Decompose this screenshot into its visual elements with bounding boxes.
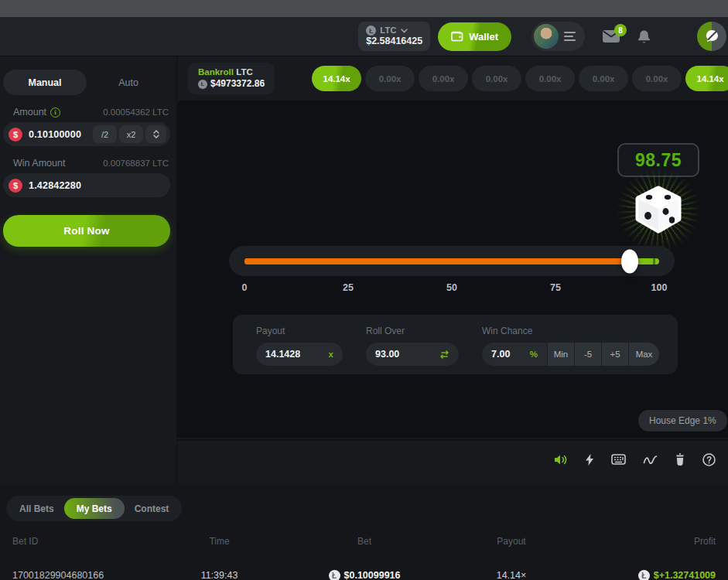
roll-over-label: Roll Over [366, 326, 459, 336]
dollar-coin-icon: $ [9, 179, 22, 193]
half-bet-button[interactable]: /2 [93, 125, 117, 143]
payout-value[interactable]: 14.1428 [265, 349, 323, 360]
lightning-icon [585, 453, 594, 466]
win-chance-label: Win Chance [482, 326, 659, 336]
col-time: Time [148, 536, 291, 547]
multiplier-history: 14.14x 0.00x 0.00x 0.00x 0.00x 0.00x 0.0… [312, 66, 728, 91]
multiplier-chip[interactable]: 14.14x [685, 66, 728, 91]
currency-selector[interactable]: Ł LTC $2.58416425 [358, 22, 430, 51]
dice-viewport: 98.75 0 25 [177, 101, 728, 438]
amount-value[interactable]: 0.10100000 [29, 129, 91, 140]
multiplier-chip[interactable]: 0.00x [579, 66, 628, 91]
tab-manual[interactable]: Manual [3, 70, 87, 95]
wallet-label: Wallet [469, 31, 498, 43]
wallet-button[interactable]: Wallet [438, 22, 511, 51]
win-chance-value[interactable]: 7.00 [491, 349, 524, 360]
litecoin-icon: Ł [198, 80, 207, 89]
hotkeys-button[interactable] [611, 454, 626, 465]
plus-5-button[interactable]: +5 [601, 343, 628, 366]
tick-label: 0 [242, 282, 248, 293]
table-row[interactable]: 17001829904680166 11:39:43 Ł $0.10099916… [0, 561, 728, 580]
tab-contest[interactable]: Contest [125, 503, 179, 514]
max-button[interactable]: Max [628, 343, 659, 366]
slider-track[interactable] [244, 258, 659, 264]
win-chance-input[interactable]: 7.00 % [482, 343, 547, 366]
double-bet-button[interactable]: x2 [119, 125, 143, 143]
amount-label: Amount i [13, 107, 60, 118]
profit-cell: Ł $+1.32741009 [585, 570, 716, 580]
question-icon [702, 453, 716, 466]
win-amount-converted: 0.00768837 LTC [103, 159, 169, 168]
slider-ticks: 0 25 50 75 100 [244, 282, 659, 295]
game-toolbar [177, 439, 728, 478]
col-payout: Payout [438, 536, 585, 547]
chevron-down-icon [401, 29, 408, 33]
chat-disabled-icon [705, 29, 719, 43]
bet-controls-panel: Payout 14.1428 x Roll Over 93.00 Win Cha… [233, 315, 678, 374]
col-bet-id: Bet ID [12, 536, 148, 547]
chevron-up-icon [153, 130, 159, 134]
chat-toggle-button[interactable] [697, 22, 726, 51]
currency-code: LTC [380, 26, 396, 36]
multiplier-chip[interactable]: 0.00x [419, 66, 468, 91]
chevron-down-icon [153, 135, 159, 138]
swap-icon[interactable] [439, 350, 449, 359]
multiplier-chip[interactable]: 14.14x [312, 66, 361, 91]
win-amount-input[interactable]: $ 1.42842280 [3, 173, 170, 197]
multiplier-chip[interactable]: 0.00x [632, 66, 682, 91]
col-profit: Profit [585, 536, 716, 547]
avatar [534, 24, 559, 49]
dollar-coin-icon: $ [9, 128, 22, 142]
win-amount-value[interactable]: 1.42842280 [29, 180, 166, 191]
user-menu[interactable] [531, 22, 585, 51]
roll-slider[interactable] [229, 246, 675, 276]
slider-fill [244, 258, 630, 264]
wallet-icon [451, 31, 463, 42]
help-button[interactable] [702, 453, 716, 466]
payout-input[interactable]: 14.1428 x [256, 343, 343, 366]
main-panel: Manual Auto Amount i 0.00054362 LTC $ 0.… [0, 56, 728, 483]
tick-label: 50 [446, 282, 457, 293]
bets-tabs: All Bets My Bets Contest [6, 496, 182, 521]
bets-table-header: Bet ID Time Bet Payout Profit [0, 536, 728, 547]
payout-label: Payout [256, 326, 343, 336]
bet-cell: Ł $0.10099916 [291, 570, 438, 580]
min-button[interactable]: Min [547, 343, 574, 366]
roll-now-button[interactable]: Roll Now [3, 215, 170, 247]
sound-button[interactable] [554, 454, 568, 466]
provably-fair-button[interactable] [675, 453, 685, 466]
amount-input[interactable]: $ 0.10100000 /2 x2 [3, 122, 170, 146]
multiplier-chip[interactable]: 0.00x [525, 66, 575, 91]
time-cell: 11:39:43 [148, 570, 291, 580]
stats-button[interactable] [643, 455, 658, 465]
slider-thumb[interactable] [621, 249, 638, 273]
tick-label: 75 [550, 282, 561, 293]
amount-converted: 0.00054362 LTC [103, 107, 169, 117]
tab-auto[interactable]: Auto [87, 77, 170, 88]
navbar: Ł LTC $2.58416425 Wallet 8 [0, 17, 728, 56]
seed-icon [675, 453, 685, 466]
instant-bet-button[interactable] [585, 453, 594, 466]
multiplier-chip[interactable]: 0.00x [472, 66, 521, 91]
menu-icon [564, 32, 576, 41]
info-icon[interactable]: i [50, 107, 60, 118]
multiplier-chip[interactable]: 0.00x [365, 66, 415, 91]
messages-button[interactable]: 8 [602, 29, 620, 43]
bankroll-label: Bankroll [198, 67, 234, 77]
roll-over-input[interactable]: 93.00 [366, 343, 459, 366]
keyboard-icon [611, 454, 626, 465]
house-edge-badge: House Edge 1% [638, 410, 727, 432]
win-chance-quick-buttons: Min -5 +5 Max [547, 343, 659, 366]
mode-tabs: Manual Auto [3, 70, 170, 95]
dice-icon [634, 186, 683, 235]
minus-5-button[interactable]: -5 [574, 343, 601, 366]
tab-all-bets[interactable]: All Bets [9, 503, 64, 514]
amount-stepper[interactable] [145, 125, 166, 143]
col-bet: Bet [291, 536, 438, 547]
roll-over-value[interactable]: 93.00 [375, 349, 439, 360]
notifications-button[interactable] [637, 29, 651, 44]
win-chance-suffix: % [530, 350, 538, 359]
slider-end-tick [653, 258, 655, 264]
bankroll-display[interactable]: Bankroll LTC Ł $4973372.86 [188, 63, 275, 94]
tab-my-bets[interactable]: My Bets [64, 498, 125, 519]
